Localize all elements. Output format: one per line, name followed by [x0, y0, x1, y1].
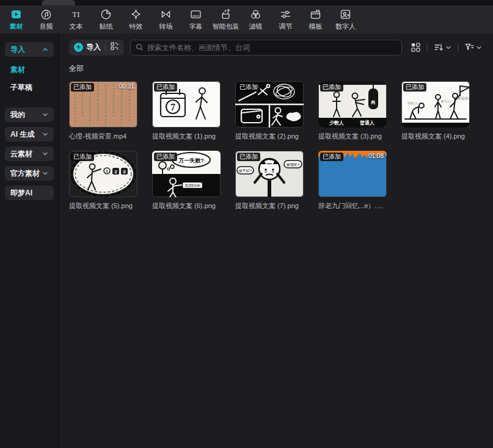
media-card[interactable]: 7 已添加 提取视频文案 (1).png — [152, 81, 221, 141]
tab-audio[interactable]: 音频 — [31, 6, 61, 33]
svg-text:万一失败?: 万一失败? — [178, 157, 204, 164]
file-name: 辞老九门回忆...e）.mp3 — [318, 201, 387, 211]
media-thumbnail[interactable]: 万一失败? 先试5分钟 已添加 — [152, 151, 221, 197]
svg-text:7: 7 — [170, 102, 175, 112]
sparkle-star-icon — [130, 8, 142, 21]
media-card[interactable]: 已添加 00:31 心理-视频背景.mp4 — [69, 81, 137, 141]
import-button-group[interactable]: + 导入 — [69, 40, 124, 56]
tab-label: 素材 — [10, 22, 23, 31]
svg-text:幸福感+1: 幸福感+1 — [458, 96, 470, 101]
draft-tab[interactable] — [42, 0, 75, 5]
view-controls — [409, 41, 483, 54]
svg-text:3: 3 — [123, 169, 126, 175]
duration-label: 01:08 — [368, 153, 384, 159]
tab-effects[interactable]: 特效 — [121, 6, 151, 33]
file-name: 提取视频文案 (2).png — [235, 132, 304, 141]
grid-view-button[interactable] — [409, 41, 422, 54]
audio-icon — [40, 8, 53, 21]
media-card[interactable]: 内耗 少数人 普通人 已添加 提取视频文案 (3).png — [318, 81, 387, 141]
file-name: 提取视频文案 (6).png — [152, 201, 221, 211]
import-button[interactable]: 导入 — [86, 42, 101, 52]
tab-digital-human[interactable]: 数字人 — [330, 6, 360, 33]
tab-label: 音频 — [40, 22, 53, 31]
scan-import-icon[interactable] — [110, 42, 119, 53]
adjust-sliders-icon — [279, 8, 292, 21]
tab-smart-package[interactable]: 智能包装 — [211, 6, 241, 33]
template-icon — [309, 8, 322, 21]
tab-sticker[interactable]: 贴纸 — [91, 6, 121, 33]
search-bar[interactable] — [130, 40, 402, 56]
svg-text:TI: TI — [72, 10, 79, 19]
chevron-up-icon — [42, 46, 48, 52]
media-panel-header: + 导入 — [69, 39, 483, 56]
media-thumbnail[interactable]: 7 已添加 — [152, 81, 221, 128]
filter-button[interactable] — [463, 41, 483, 54]
transition-icon — [159, 8, 172, 21]
search-icon — [136, 43, 144, 51]
tab-label: 滤镜 — [249, 22, 263, 31]
file-name: 提取视频文案 (7).png — [235, 201, 304, 211]
media-thumbnail[interactable]: 已添加 01:08 — [318, 151, 387, 197]
media-card[interactable]: 内耗-1 勇气+1 幸福感+1 已添加 提取视频文案 (4).png — [401, 81, 470, 141]
added-badge: 已添加 — [71, 83, 94, 92]
app-window: 素材 音频 TI 文本 贴纸 特效 — [0, 0, 493, 448]
filters-icon — [249, 8, 262, 21]
divider — [458, 44, 458, 51]
category-all-label[interactable]: 全部 — [69, 63, 483, 74]
tab-media[interactable]: 素材 — [1, 6, 31, 33]
sidebar-item-import[interactable]: 导入 — [5, 42, 54, 57]
sort-button[interactable] — [433, 41, 453, 54]
svg-text:1: 1 — [106, 169, 108, 173]
sidebar-item-ai-generate[interactable]: AI 生成 — [5, 127, 54, 142]
media-card[interactable]: 已添加 提取视频文案 (2).png — [235, 81, 304, 141]
tab-label: 文本 — [70, 22, 83, 31]
media-thumbnail[interactable]: 已添加 — [235, 81, 304, 128]
sidebar-item-mine[interactable]: 我的 — [5, 107, 54, 122]
captions-icon — [189, 8, 202, 21]
sidebar-item-jimeng-ai[interactable]: 即梦AI — [5, 186, 54, 200]
search-input[interactable] — [147, 43, 396, 52]
added-badge: 已添加 — [237, 153, 260, 161]
media-card[interactable]: 万一失败? 先试5分钟 已添加 提取视频文案 (6). — [152, 151, 221, 211]
svg-text:2: 2 — [114, 169, 117, 175]
tab-label: 转场 — [159, 22, 173, 31]
tab-template[interactable]: 模板 — [301, 6, 330, 33]
sidebar-item-subdraft[interactable]: 子草稿 — [10, 82, 59, 92]
tab-label: 模板 — [309, 22, 323, 31]
media-thumbnail[interactable]: 1 2 3 已添加 — [69, 151, 137, 197]
sidebar-item-official-material[interactable]: 官方素材 — [5, 166, 54, 181]
media-card[interactable]: 1 2 3 已添加 提取视频文案 (5).png — [69, 151, 137, 211]
media-thumbnail[interactable]: 内耗 少数人 普通人 已添加 — [318, 81, 387, 128]
chevron-down-icon — [476, 45, 482, 51]
tab-adjust[interactable]: 调节 — [271, 6, 301, 33]
media-thumbnail[interactable]: 内耗-1 勇气+1 幸福感+1 已添加 — [401, 81, 470, 128]
file-name: 提取视频文案 (1).png — [152, 132, 221, 141]
svg-text:先试5分钟: 先试5分钟 — [184, 184, 200, 188]
media-card[interactable]: 已添加 01:08 辞老九门回忆...e）.mp3 — [318, 151, 387, 211]
svg-text:普通人: 普通人 — [359, 120, 374, 126]
sidebar-item-material[interactable]: 素材 — [10, 65, 59, 74]
tab-filters[interactable]: 滤镜 — [241, 6, 271, 33]
svg-text:勇气+1: 勇气+1 — [440, 99, 451, 103]
tab-label: 调节 — [279, 22, 293, 31]
media-thumbnail[interactable]: 做不好? 被嘲笑? 已添加 — [235, 151, 304, 197]
sticker-icon — [100, 8, 112, 21]
sidebar-item-cloud-material[interactable]: 云素材 — [5, 146, 54, 161]
tab-captions[interactable]: 字幕 — [181, 6, 211, 33]
tab-text[interactable]: TI 文本 — [61, 6, 91, 33]
text-icon: TI — [70, 8, 82, 21]
content-area: 导入 素材 子草稿 我的 AI 生成 云素材 官方素材 — [0, 34, 493, 448]
media-card[interactable]: 做不好? 被嘲笑? 已添加 提取视频文案 (7).png — [235, 151, 304, 211]
duration-label: 00:31 — [119, 83, 134, 90]
added-badge: 已添加 — [71, 153, 94, 161]
chevron-down-icon — [445, 45, 451, 51]
chevron-down-icon — [42, 151, 48, 157]
divider — [427, 44, 428, 51]
svg-text:内耗-1: 内耗-1 — [407, 101, 417, 106]
added-badge: 已添加 — [320, 153, 343, 161]
added-badge: 已添加 — [154, 83, 177, 92]
tab-transition[interactable]: 转场 — [151, 6, 181, 33]
media-thumbnail[interactable]: 已添加 00:31 — [69, 81, 137, 128]
added-badge: 已添加 — [320, 83, 343, 92]
tab-label: 字幕 — [189, 22, 203, 31]
